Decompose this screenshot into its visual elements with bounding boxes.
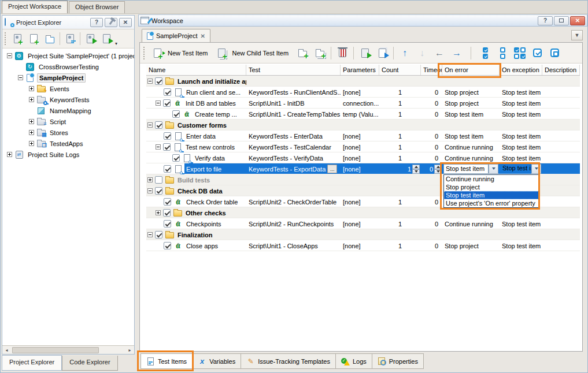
add-project-suite-button[interactable]: + <box>9 31 25 46</box>
row-checkbox[interactable] <box>164 242 171 249</box>
tab-variables[interactable]: xVariables <box>193 353 241 369</box>
group-row-launch-and-initialize-applications[interactable]: Launch and initialize applications <box>146 76 580 87</box>
tree-item-events[interactable]: ϟEvents <box>2 83 134 94</box>
tab-code-explorer[interactable]: Code Explorer <box>62 356 117 371</box>
count-spinner[interactable] <box>412 165 420 174</box>
scroll-left-button[interactable]: ◂ <box>2 346 11 354</box>
row-expander-minus[interactable] <box>156 100 161 106</box>
tree-item-sampleproject[interactable]: SampleProject <box>2 72 134 83</box>
row-checkbox[interactable] <box>164 132 171 140</box>
group-row-customer-forms[interactable]: Customer forms <box>146 120 580 130</box>
row-checkbox[interactable] <box>155 176 162 184</box>
test-item-row-init-db-and-tables[interactable]: αInit DB and tablesScript\Unit1 - InitDB… <box>146 98 580 109</box>
dropdown-option-continue-running[interactable]: Continue running <box>444 175 539 183</box>
tree-expander-plus[interactable] <box>7 152 12 157</box>
row-expander-plus[interactable] <box>156 210 161 215</box>
new-test-item-button[interactable]: + New Test Item <box>149 46 213 61</box>
test-item-row-close-apps[interactable]: αClose appsScript\Unit1 - CloseApps[none… <box>146 240 580 251</box>
test-item-row-verify-data[interactable]: Verify dataKeywordTests - VerifyData[non… <box>146 152 580 163</box>
group-row-finalization[interactable]: Finalization <box>146 229 580 240</box>
test-item-row-run-client-and-se[interactable]: Run client and se...KeywordTests - RunCl… <box>146 87 580 98</box>
add-project-button[interactable]: + <box>25 31 42 46</box>
tree-item-project-suite-sampleproject-project[interactable]: ⚙Project Suite 'SampleProject' (1 projec… <box>2 50 134 61</box>
close-panel-button[interactable]: ✕ <box>119 18 132 27</box>
tree-expander-plus[interactable] <box>29 119 34 124</box>
row-checkbox[interactable] <box>172 110 180 118</box>
tree-expander-minus[interactable] <box>7 53 12 58</box>
tree-horizontal-scrollbar[interactable]: ◂ ▸ <box>2 345 134 354</box>
row-checkbox[interactable] <box>163 143 171 151</box>
toolbar-drag-handle[interactable] <box>143 47 146 59</box>
row-checkbox[interactable] <box>155 231 162 238</box>
dropdown-option-stop-test-item[interactable]: Stop test item <box>444 191 539 199</box>
combo-dropdown-button[interactable] <box>489 164 498 174</box>
row-expander-minus[interactable] <box>147 79 153 84</box>
row-checkbox[interactable] <box>163 209 171 217</box>
workspace-help-button[interactable]: ? <box>538 16 553 25</box>
new-child-group-button[interactable]: + <box>312 46 328 61</box>
toolbar-drag-handle[interactable] <box>5 32 7 45</box>
new-child-test-item-button[interactable]: + New Child Test Item <box>214 46 294 61</box>
tree-item-crossbrowsertesting[interactable]: ↻CrossBrowserTesting <box>2 61 134 72</box>
tree-item-testedapps[interactable]: ❒TestedApps <box>2 138 134 149</box>
scrollbar-thumb[interactable] <box>12 347 99 353</box>
row-expander-plus[interactable] <box>147 177 153 182</box>
tree-expander-minus[interactable] <box>18 75 23 80</box>
tab-project-explorer[interactable]: Project Explorer <box>2 355 62 371</box>
run-project-suite-button[interactable] <box>82 31 98 46</box>
disable-selected-button[interactable] <box>546 46 563 61</box>
row-checkbox[interactable] <box>172 154 180 162</box>
tree-expander-plus[interactable] <box>29 97 34 102</box>
on-exception-combo[interactable]: Stop test i... <box>501 164 541 174</box>
move-left-button[interactable]: ← <box>431 46 448 61</box>
tab-project-workspace[interactable]: Project Workspace <box>2 1 68 13</box>
dropdown-option-use-project-s-on-error-property[interactable]: Use project's 'On error' property <box>444 199 539 207</box>
toolbar-overflow-caret[interactable]: ▾ <box>115 41 117 48</box>
move-up-button[interactable]: ↑ <box>397 46 413 61</box>
tree-expander-plus[interactable] <box>29 141 34 146</box>
column-header-on-error[interactable]: On error <box>442 65 500 75</box>
row-expander-minus[interactable] <box>147 188 153 193</box>
tree-item-namemapping[interactable]: NameMapping <box>2 105 134 116</box>
check-all-button[interactable] <box>477 46 493 61</box>
column-header-count[interactable]: Count <box>379 65 421 75</box>
column-header-timeout-min[interactable]: Timeout, min <box>421 65 442 75</box>
move-down-button[interactable]: ↓ <box>414 46 430 61</box>
tab-properties[interactable]: Properties <box>372 353 424 369</box>
row-checkbox[interactable] <box>164 220 171 227</box>
tab-sample-project[interactable]: SampleProject ✕ <box>142 29 210 42</box>
combo-dropdown-button[interactable] <box>531 164 541 174</box>
open-project-button[interactable] <box>42 31 58 46</box>
row-expander-minus[interactable] <box>156 144 161 150</box>
column-header-on-exception[interactable]: On exception <box>500 65 542 75</box>
test-item-row-checkpoints[interactable]: αCheckpointsScript\Unit2 - RunCheckpoint… <box>146 218 580 229</box>
tab-test-items[interactable]: Test Items <box>140 353 193 369</box>
uncheck-all-button[interactable] <box>494 46 511 61</box>
column-header-description[interactable]: Description <box>542 65 580 75</box>
tree-item-script[interactable]: ≡Script <box>2 116 134 127</box>
on-error-combo[interactable]: Stop test item <box>443 164 498 174</box>
test-item-row-enter-data[interactable]: Enter dataKeywordTests - EnterData[none]… <box>146 130 580 141</box>
tree-item-stores[interactable]: ▤Stores <box>2 127 134 138</box>
group-row-other-checks[interactable]: Other checks <box>146 207 580 218</box>
workspace-minimize-button[interactable] <box>554 16 569 25</box>
help-button[interactable]: ? <box>90 18 103 27</box>
test-item-row-export-to-file[interactable]: Export to fileKeywordTests - ExportData.… <box>146 163 580 174</box>
new-group-button[interactable]: + <box>294 46 310 61</box>
move-right-button[interactable]: → <box>449 46 465 61</box>
workspace-close-button[interactable]: ✕ <box>570 16 585 25</box>
column-header-parameters[interactable]: Parameters <box>341 65 379 75</box>
on-error-dropdown-list[interactable]: Continue runningStop projectStop test it… <box>443 174 539 208</box>
toggle-checks-button[interactable] <box>512 46 528 61</box>
column-header-test[interactable]: Test <box>246 65 341 75</box>
run-project-button[interactable] <box>98 31 114 46</box>
tab-logs[interactable]: ✓Logs <box>336 353 372 369</box>
row-checkbox[interactable] <box>164 198 171 206</box>
column-header-name[interactable]: Name <box>146 65 246 75</box>
dropdown-option-stop-project[interactable]: Stop project <box>444 183 539 191</box>
run-focused-item-button[interactable] <box>357 46 373 61</box>
tab-issue-tracking-templates[interactable]: ✎Issue-Tracking Templates <box>241 353 336 369</box>
enable-selected-button[interactable] <box>529 46 545 61</box>
tree-expander-plus[interactable] <box>29 86 34 91</box>
row-expander-minus[interactable] <box>147 232 153 237</box>
